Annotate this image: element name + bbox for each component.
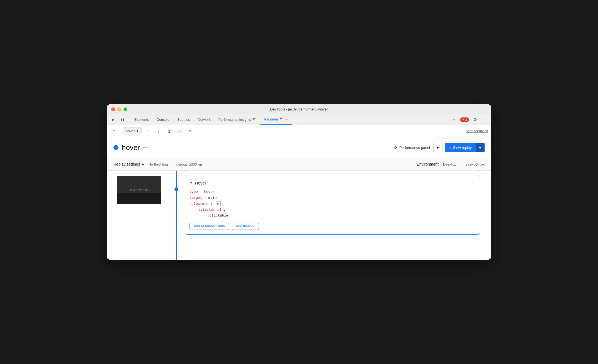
tab-console[interactable]: Console [153, 114, 173, 125]
send-feedback-link[interactable]: Send feedback [466, 129, 488, 133]
recording-status-dot [113, 145, 118, 150]
tab-performance[interactable]: Performance insights 🚩 [215, 114, 260, 125]
traffic-lights [111, 107, 127, 111]
replay-meta: No throttling Timeout: 5000 ms [149, 162, 206, 166]
replay-icon[interactable]: ▷ [176, 127, 184, 135]
devtools-window: DevTools - jec.fyi/demo/menu-hover ▶ ▮▮ … [107, 104, 491, 260]
environment-label: Environment [417, 162, 439, 166]
selectors-line: selectors : ▶ [189, 201, 475, 207]
selector-num-line: selector #1 : [189, 207, 475, 213]
type-key: type [189, 190, 198, 194]
slow-replay-button[interactable]: ▷ Slow replay [445, 143, 476, 152]
recorder-tab-close[interactable]: ✕ [285, 117, 288, 121]
add-timeout-button[interactable]: Add timeout [232, 223, 259, 230]
recording-selector[interactable]: hover ▾ [123, 127, 142, 134]
timeout-label: Timeout: 5000 ms [171, 162, 206, 166]
selector-num-key: selector #1 [198, 208, 222, 212]
steps-area: Hover over me! ▼ Hover ⋮ [113, 171, 485, 260]
replay-left: Replay settings ▶ No throttling Timeout:… [113, 162, 205, 166]
download-recording-icon[interactable]: ↓ [154, 127, 163, 135]
slow-replay-play-icon: ▷ [449, 146, 451, 150]
tab-network[interactable]: Network [194, 114, 215, 125]
step-hover-block: ▼ Hover ⋮ type : hover target [185, 175, 480, 235]
step-collapse-icon[interactable]: ▼ [189, 181, 193, 185]
titlebar: DevTools - jec.fyi/demo/menu-hover [107, 104, 491, 114]
step-code-area: type : hover target : main selectors : [189, 189, 475, 219]
slow-replay-dropdown[interactable]: ▾ [476, 143, 485, 152]
performance-tab-icon: 🚩 [252, 118, 256, 121]
perf-panel-icon: ⟳ [394, 145, 398, 150]
type-val: hover [204, 190, 215, 194]
resolution-label: 379×534 px [466, 162, 485, 166]
tabs-right: » ✕ 1 ⚙ ⋮ [449, 115, 489, 124]
tab-recorder[interactable]: Recorder 🚩 ✕ [260, 114, 292, 125]
undo-icon[interactable]: ↺ [186, 127, 195, 135]
more-options-icon[interactable]: ⋮ [481, 116, 489, 124]
step-name: Hover [195, 181, 206, 185]
target-val: main [208, 196, 217, 200]
recording-name: hover [122, 143, 140, 152]
desktop-label: Desktop [443, 162, 456, 166]
step-more-options[interactable]: ⋮ [470, 180, 475, 186]
throttling-label: No throttling [149, 162, 171, 166]
add-recording-button[interactable]: + [110, 127, 118, 135]
header-buttons: ⟳ Performance panel ▾ ▷ Slow replay ▾ [391, 143, 485, 152]
slow-replay-group: ▷ Slow replay ▾ [445, 143, 485, 152]
selector-val-line: #clickable [189, 213, 475, 219]
performance-panel-group: ⟳ Performance panel ▾ [391, 143, 443, 152]
timeline-line [176, 171, 177, 260]
add-asserted-events-button[interactable]: Add assertedEvents [189, 223, 229, 230]
selectors-key: selectors [189, 202, 208, 206]
step-thumbnail: Hover over me! [117, 176, 161, 204]
target-key: target [189, 196, 202, 200]
replay-settings-bar: Replay settings ▶ No throttling Timeout:… [107, 158, 491, 171]
maximize-traffic-light[interactable] [123, 107, 127, 111]
tab-elements[interactable]: Elements [130, 114, 153, 125]
performance-panel-dropdown[interactable]: ▾ [434, 143, 443, 152]
settings-gear-icon[interactable]: ⚙ [471, 116, 479, 124]
step-action-buttons: Add assertedEvents Add timeout [189, 223, 475, 230]
toolbar-right: Send feedback [466, 129, 488, 133]
recorder-main: hover ✏ ⟳ Performance panel ▾ ▷ Slow [107, 137, 491, 260]
steps-column: ▼ Hover ⋮ type : hover target [180, 171, 485, 260]
recording-header: hover ✏ ⟳ Performance panel ▾ ▷ Slow [113, 143, 485, 152]
more-tabs-icon[interactable]: » [449, 115, 458, 124]
device-toggle-icon[interactable]: ▮▮ [118, 115, 127, 124]
recorder-toolbar: + hover ▾ ↑ ↓ 🗑 ▷ ↺ Send feedback [107, 125, 491, 137]
type-line: type : hover [189, 189, 475, 195]
minimize-traffic-light[interactable] [117, 107, 121, 111]
window-title: DevTools - jec.fyi/demo/menu-hover [270, 107, 328, 111]
tabs-bar: ▶ ▮▮ Elements Console Sources Network Pe… [107, 114, 491, 125]
recorder-tab-icon: 🚩 [279, 117, 283, 121]
step-header: ▼ Hover ⋮ [189, 180, 475, 186]
export-recording-icon[interactable]: ↑ [144, 127, 152, 135]
thumbnail-label: Hover over me! [128, 188, 149, 192]
close-traffic-light[interactable] [111, 107, 115, 111]
step-title: ▼ Hover [189, 181, 206, 185]
type-colon: : [200, 190, 204, 194]
target-line: target : main [189, 195, 475, 201]
performance-panel-button[interactable]: ⟳ Performance panel [391, 143, 434, 152]
recording-title: hover ✏ [113, 143, 147, 152]
replay-settings-toggle[interactable]: Replay settings ▶ [113, 162, 144, 166]
edit-name-icon[interactable]: ✏ [143, 145, 147, 150]
selector-val: #clickable [207, 214, 228, 218]
timeline-dot [174, 187, 178, 191]
inspect-element-icon[interactable]: ▶ [109, 115, 117, 124]
timeline-column: Hover over me! [113, 171, 180, 260]
selector-picker-icon[interactable]: ▶ [216, 201, 221, 206]
replay-right: Environment Desktop 379×534 px [417, 162, 485, 166]
error-badge[interactable]: ✕ 1 [460, 117, 469, 122]
tab-sources[interactable]: Sources [173, 114, 194, 125]
delete-recording-icon[interactable]: 🗑 [165, 127, 173, 135]
